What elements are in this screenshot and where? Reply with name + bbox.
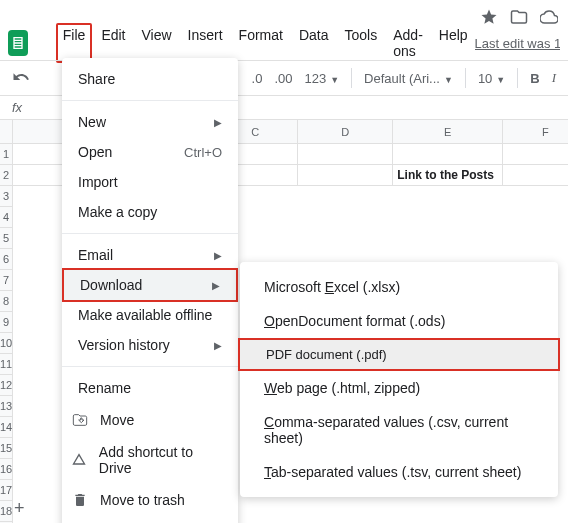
row-head[interactable]: 15 <box>0 438 12 459</box>
menu-view[interactable]: View <box>135 23 179 63</box>
fx-label: fx <box>0 100 34 115</box>
menu-tools[interactable]: Tools <box>338 23 385 63</box>
col-head[interactable]: D <box>298 120 393 143</box>
row-head[interactable]: 1 <box>0 144 12 165</box>
sheets-logo[interactable] <box>8 30 28 56</box>
add-sheet-button[interactable]: + <box>14 498 25 519</box>
menu-email[interactable]: Email▶ <box>62 240 238 270</box>
menu-rename[interactable]: Rename <box>62 373 238 403</box>
col-head[interactable]: E <box>393 120 503 143</box>
menu-import[interactable]: Import <box>62 167 238 197</box>
menu-addons[interactable]: Add-ons <box>386 23 430 63</box>
increase-decimal-button[interactable]: .00 <box>274 71 292 86</box>
menu-open[interactable]: OpenCtrl+O <box>62 137 238 167</box>
star-icon[interactable] <box>480 8 498 29</box>
menu-make-copy[interactable]: Make a copy <box>62 197 238 227</box>
menu-download[interactable]: Download▶ <box>64 270 236 300</box>
download-xlsx[interactable]: Microsoft Excel (.xlsx) <box>240 270 558 304</box>
cloud-icon[interactable] <box>540 8 558 29</box>
row-head[interactable]: 8 <box>0 291 12 312</box>
download-tsv[interactable]: Tab-separated values (.tsv, current shee… <box>240 455 558 489</box>
menu-new[interactable]: New▶ <box>62 107 238 137</box>
row-head[interactable]: 3 <box>0 186 12 207</box>
row-head[interactable]: 18 <box>0 501 12 522</box>
download-web[interactable]: Web page (.html, zipped) <box>240 371 558 405</box>
menu-version-history[interactable]: Version history▶ <box>62 330 238 360</box>
row-head[interactable]: 16 <box>0 459 12 480</box>
chevron-right-icon: ▶ <box>214 117 222 128</box>
row-head[interactable]: 5 <box>0 228 12 249</box>
drive-shortcut-icon <box>70 450 89 470</box>
decrease-decimal-button[interactable]: .0 <box>252 71 263 86</box>
download-ods[interactable]: OpenDocument format (.ods) <box>240 304 558 338</box>
number-format-button[interactable]: 123▼ <box>304 71 339 86</box>
menu-file[interactable]: File <box>56 23 93 63</box>
row-headers: 1 2 3 4 5 6 7 8 9 10 11 12 13 14 15 16 1… <box>0 120 13 523</box>
col-head[interactable]: F <box>503 120 568 143</box>
row-head[interactable]: 9 <box>0 312 12 333</box>
select-all-corner[interactable] <box>0 120 12 144</box>
chevron-right-icon: ▶ <box>212 280 220 291</box>
undo-icon[interactable] <box>12 68 30 89</box>
move-folder-icon[interactable] <box>510 8 528 29</box>
row-head[interactable]: 13 <box>0 396 12 417</box>
row-head[interactable]: 2 <box>0 165 12 186</box>
menu-share[interactable]: Share <box>62 64 238 94</box>
last-edit-link[interactable]: Last edit was 13 da <box>475 36 560 51</box>
file-menu-dropdown: Share New▶ OpenCtrl+O Import Make a copy… <box>62 58 238 523</box>
download-pdf[interactable]: PDF document (.pdf) <box>238 338 560 371</box>
trash-icon <box>70 490 90 510</box>
chevron-right-icon: ▶ <box>214 340 222 351</box>
menu-edit[interactable]: Edit <box>94 23 132 63</box>
row-head[interactable]: 11 <box>0 354 12 375</box>
download-submenu: Microsoft Excel (.xlsx) OpenDocument for… <box>240 262 558 497</box>
folder-move-icon <box>70 410 90 430</box>
row-head[interactable]: 6 <box>0 249 12 270</box>
menubar: File Edit View Insert Format Data Tools … <box>0 28 568 58</box>
row-head[interactable]: 12 <box>0 375 12 396</box>
font-selector[interactable]: Default (Ari...▼ <box>364 71 453 86</box>
row-head[interactable]: 4 <box>0 207 12 228</box>
italic-button[interactable]: I <box>552 70 556 86</box>
menu-move[interactable]: Move <box>62 403 238 437</box>
menu-add-shortcut[interactable]: Add shortcut to Drive <box>62 437 238 483</box>
cell-E2[interactable]: Link to the Posts <box>393 165 503 185</box>
shortcut-label: Ctrl+O <box>184 145 222 160</box>
chevron-right-icon: ▶ <box>214 250 222 261</box>
menu-data[interactable]: Data <box>292 23 336 63</box>
menu-insert[interactable]: Insert <box>181 23 230 63</box>
download-csv[interactable]: Comma-separated values (.csv, current sh… <box>240 405 558 455</box>
menu-format[interactable]: Format <box>232 23 290 63</box>
menu-help[interactable]: Help <box>432 23 475 63</box>
font-size-selector[interactable]: 10▼ <box>478 71 505 86</box>
row-head[interactable]: 7 <box>0 270 12 291</box>
row-head[interactable]: 14 <box>0 417 12 438</box>
bold-button[interactable]: B <box>530 71 539 86</box>
menu-make-offline[interactable]: Make available offline <box>62 300 238 330</box>
row-head[interactable]: 17 <box>0 480 12 501</box>
row-head[interactable]: 10 <box>0 333 12 354</box>
menu-move-trash[interactable]: Move to trash <box>62 483 238 517</box>
